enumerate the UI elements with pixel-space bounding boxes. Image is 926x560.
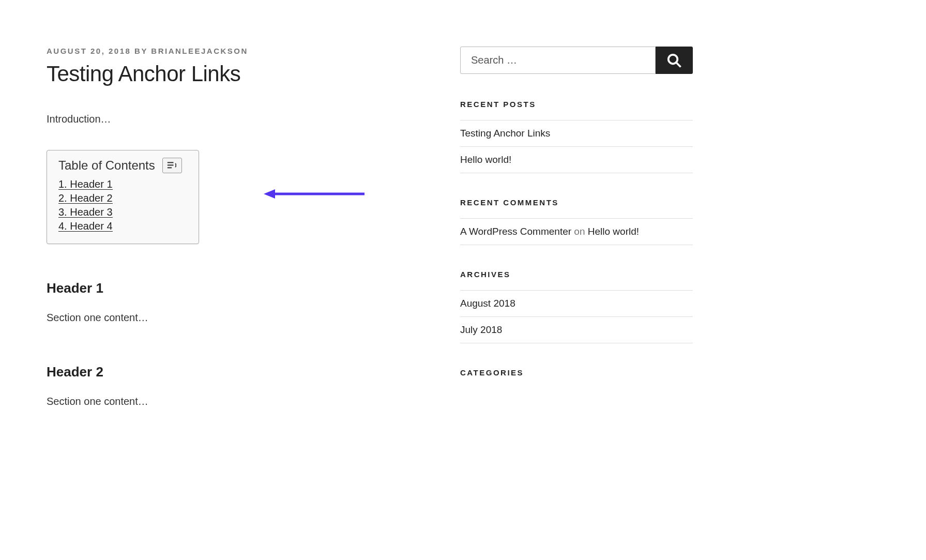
svg-rect-1	[168, 164, 174, 165]
svg-rect-3	[175, 164, 176, 167]
section-heading-2: Header 2	[47, 364, 419, 380]
search-form	[460, 47, 693, 74]
sidebar: Recent Posts Testing Anchor Links Hello …	[460, 47, 693, 448]
annotation-arrow	[264, 186, 367, 204]
recent-posts-list: Testing Anchor Links Hello world!	[460, 120, 693, 173]
toc-item: 2. Header 2	[58, 192, 187, 204]
widget-title-recent-posts: Recent Posts	[460, 100, 693, 109]
list-item: A WordPress Commenter on Hello world!	[460, 219, 693, 245]
recent-comments-list: A WordPress Commenter on Hello world!	[460, 218, 693, 245]
arrow-icon	[264, 186, 367, 202]
toc-link-header-2[interactable]: 2. Header 2	[58, 192, 113, 204]
widget-recent-posts: Recent Posts Testing Anchor Links Hello …	[460, 100, 693, 173]
toc-wrapper: Table of Contents 1. Header 1	[47, 150, 419, 244]
svg-rect-2	[168, 167, 172, 168]
post-meta: AUGUST 20, 2018 BY BRIANLEEJACKSON	[47, 47, 419, 55]
toc-item: 3. Header 3	[58, 206, 187, 218]
archive-link[interactable]: July 2018	[460, 324, 502, 335]
toc-title: Table of Contents	[58, 158, 155, 173]
svg-point-6	[669, 54, 678, 64]
search-icon	[666, 53, 682, 68]
svg-rect-0	[168, 162, 174, 163]
comment-post-link[interactable]: Hello world!	[588, 226, 639, 237]
recent-post-link[interactable]: Hello world!	[460, 154, 511, 165]
toc-toggle-button[interactable]	[162, 158, 182, 173]
widget-title-archives: Archives	[460, 270, 693, 279]
recent-post-link[interactable]: Testing Anchor Links	[460, 128, 550, 139]
widget-archives: Archives August 2018 July 2018	[460, 270, 693, 343]
widget-categories: Categories	[460, 368, 693, 377]
toc-header: Table of Contents	[58, 158, 187, 173]
search-button[interactable]	[656, 47, 693, 74]
list-item: July 2018	[460, 317, 693, 343]
toc-list: 1. Header 1 2. Header 2 3. Header 3 4. H…	[58, 178, 187, 232]
post-intro: Introduction…	[47, 113, 419, 125]
archive-link[interactable]: August 2018	[460, 298, 515, 309]
comment-on-text: on	[571, 226, 588, 237]
toc-link-header-1[interactable]: 1. Header 1	[58, 178, 113, 190]
list-item: Testing Anchor Links	[460, 120, 693, 147]
list-item: Hello world!	[460, 147, 693, 173]
search-input[interactable]	[460, 47, 656, 74]
widget-title-recent-comments: Recent Comments	[460, 198, 693, 207]
post-title: Testing Anchor Links	[47, 62, 419, 86]
table-of-contents: Table of Contents 1. Header 1	[47, 150, 199, 244]
post-author-link[interactable]: BRIANLEEJACKSON	[151, 47, 248, 55]
section-content-1: Section one content…	[47, 312, 419, 324]
toc-link-header-4[interactable]: 4. Header 4	[58, 220, 113, 232]
post-date: AUGUST 20, 2018	[47, 47, 131, 55]
widget-recent-comments: Recent Comments A WordPress Commenter on…	[460, 198, 693, 245]
list-item: August 2018	[460, 291, 693, 317]
section-heading-1: Header 1	[47, 280, 419, 296]
archives-list: August 2018 July 2018	[460, 290, 693, 343]
section-content-2: Section one content…	[47, 396, 419, 407]
toc-toggle-icon	[167, 161, 177, 170]
main-content: AUGUST 20, 2018 BY BRIANLEEJACKSON Testi…	[47, 47, 419, 448]
toc-item: 1. Header 1	[58, 178, 187, 190]
widget-title-categories: Categories	[460, 368, 693, 377]
post-by-label: BY	[134, 47, 148, 55]
comment-author-link[interactable]: A WordPress Commenter	[460, 226, 571, 237]
toc-link-header-3[interactable]: 3. Header 3	[58, 206, 113, 218]
svg-marker-5	[264, 189, 275, 199]
toc-item: 4. Header 4	[58, 220, 187, 232]
svg-line-7	[676, 62, 681, 67]
